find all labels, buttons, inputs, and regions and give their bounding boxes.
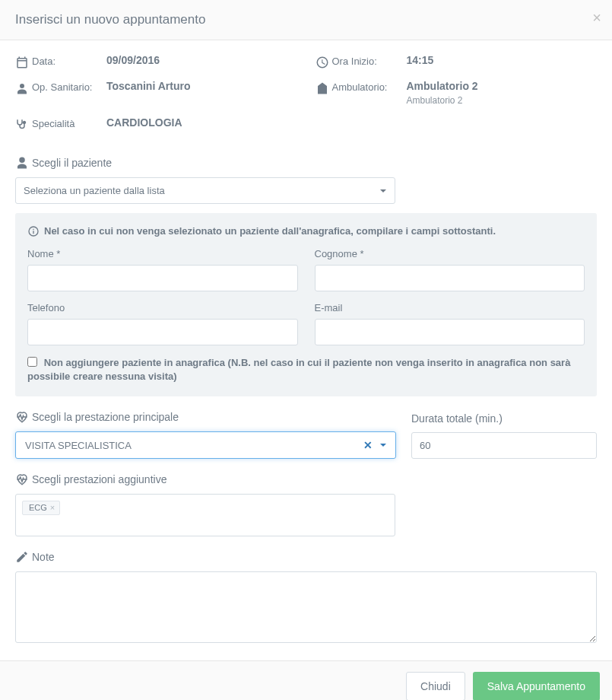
section-title: Note: [32, 551, 55, 563]
info-date: Data: 09/09/2016: [15, 54, 297, 69]
info-value: 14:15: [407, 54, 434, 66]
info-label: Op. Sanitario:: [32, 80, 106, 93]
no-add-label: Non aggiungere paziente in anagrafica (N…: [27, 357, 570, 383]
duration-input[interactable]: [411, 432, 597, 459]
hospital-icon: [316, 80, 332, 95]
info-value: CARDIOLOGIA: [106, 116, 182, 129]
form-group-email: E-mail: [315, 302, 585, 345]
stethoscope-icon: [15, 116, 32, 132]
phone-label: Telefono: [27, 302, 298, 313]
additional-services-input[interactable]: ECG ×: [15, 494, 395, 536]
clinic-name: Ambulatorio 2: [407, 80, 478, 92]
modal-title: Inserisci un nuovo appuntamento: [15, 12, 597, 27]
info-label: Specialità: [32, 116, 106, 129]
surname-input[interactable]: [315, 265, 585, 291]
doctor-icon: [15, 80, 32, 95]
section-header: Scegli il paziente: [15, 156, 597, 170]
close-button[interactable]: Chiudi: [406, 672, 465, 700]
form-group-surname: Cognome *: [315, 248, 585, 291]
panel-notice-text: Nel caso in cui non venga selezionato un…: [44, 224, 496, 239]
email-input[interactable]: [315, 319, 585, 345]
duration-header: Durata totale (min.): [411, 412, 597, 425]
save-button[interactable]: Salva Appuntamento: [473, 672, 600, 700]
modal-footer: Chiudi Salva Appuntamento: [0, 660, 612, 700]
section-header: Scegli la prestazione principale: [15, 410, 396, 424]
clear-icon[interactable]: ✕: [363, 439, 373, 451]
service-additional-section: Scegli prestazioni aggiuntive ECG ×: [15, 473, 597, 536]
panel-notice: Nel caso in cui non venga selezionato un…: [27, 224, 585, 239]
modal-body: Data: 09/09/2016 Ora Inizio: 14:15 Op. S…: [0, 40, 612, 660]
patient-select[interactable]: Seleziona un paziente dalla lista: [15, 177, 395, 204]
patient-form-grid: Nome * Cognome * Telefono E-mail: [27, 248, 585, 345]
tag-label: ECG: [29, 503, 47, 512]
main-service-select[interactable]: VISITA SPECIALISTICA ✕: [15, 431, 396, 459]
clock-icon: [316, 54, 332, 69]
email-label: E-mail: [315, 302, 585, 313]
name-label: Nome *: [27, 248, 298, 259]
info-label: Ambulatorio:: [332, 80, 407, 93]
service-main-section: Scegli la prestazione principale VISITA …: [15, 410, 597, 459]
calendar-icon: [15, 54, 32, 69]
tag-remove-icon[interactable]: ×: [50, 503, 55, 512]
service-tag: ECG ×: [22, 501, 60, 515]
info-operator: Op. Sanitario: Toscanini Arturo: [15, 80, 297, 106]
appointment-info: Data: 09/09/2016 Ora Inizio: 14:15 Op. S…: [15, 54, 597, 142]
info-icon: [27, 224, 44, 237]
close-icon[interactable]: ×: [592, 9, 601, 27]
info-specialty: Specialità CARDIOLOGIA: [15, 116, 597, 132]
surname-label: Cognome *: [315, 248, 585, 259]
info-label: Data:: [32, 54, 106, 67]
chevron-down-icon: [380, 189, 386, 192]
section-header: Note: [15, 550, 597, 564]
clinic-sub: Ambulatorio 2: [407, 95, 478, 106]
info-value: 09/09/2016: [106, 54, 160, 66]
edit-icon: [15, 550, 32, 564]
section-title: Scegli prestazioni aggiuntive: [32, 473, 166, 485]
form-group-phone: Telefono: [27, 302, 298, 345]
info-label: Ora Inizio:: [332, 54, 407, 67]
patient-fallback-panel: Nel caso in cui non venga selezionato un…: [15, 213, 597, 396]
phone-input[interactable]: [27, 319, 298, 345]
info-time: Ora Inizio: 14:15: [316, 54, 598, 69]
main-service-value: VISITA SPECIALISTICA: [25, 440, 132, 451]
patient-section: Scegli il paziente Seleziona un paziente…: [15, 156, 597, 396]
patient-select-placeholder: Seleziona un paziente dalla lista: [15, 177, 395, 204]
info-clinic: Ambulatorio: Ambulatorio 2 Ambulatorio 2: [316, 80, 598, 106]
modal-header: Inserisci un nuovo appuntamento ×: [0, 0, 612, 40]
section-title: Scegli la prestazione principale: [32, 411, 179, 423]
heartbeat-icon: [15, 473, 32, 486]
heartbeat-icon: [15, 410, 32, 424]
name-input[interactable]: [27, 265, 298, 291]
notes-textarea[interactable]: [15, 571, 597, 643]
notes-section: Note: [15, 550, 597, 645]
form-group-name: Nome *: [27, 248, 298, 291]
info-value: Toscanini Arturo: [106, 80, 190, 92]
chevron-down-icon: [380, 444, 386, 447]
duration-label: Durata totale (min.): [411, 412, 503, 425]
section-header: Scegli prestazioni aggiuntive: [15, 473, 597, 486]
no-add-checkbox[interactable]: [27, 357, 37, 367]
no-add-checkbox-row: Non aggiungere paziente in anagrafica (N…: [27, 356, 585, 385]
info-value: Ambulatorio 2 Ambulatorio 2: [407, 80, 478, 106]
user-icon: [15, 156, 32, 170]
section-title: Scegli il paziente: [32, 157, 112, 169]
